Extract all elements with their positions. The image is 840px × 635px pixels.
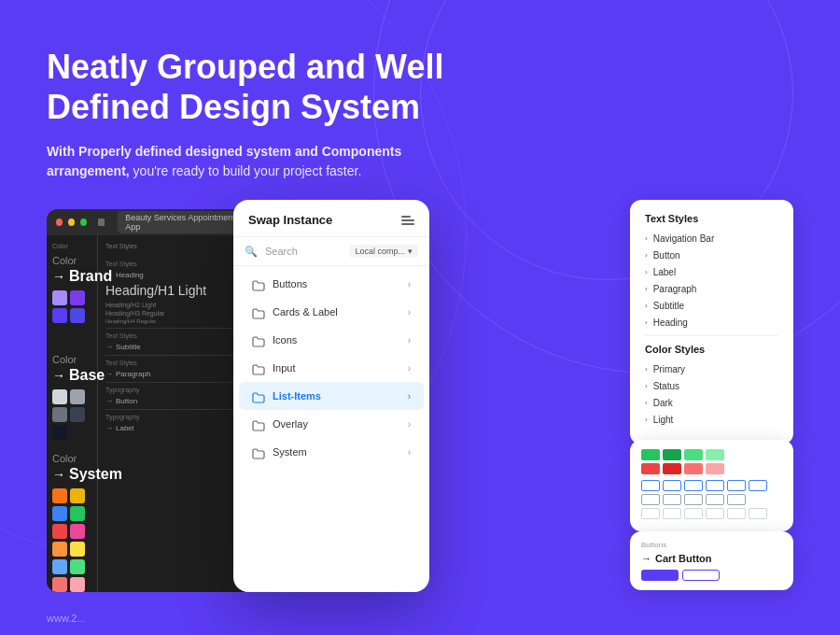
chevron-para-icon: › [645,285,648,293]
right-panels: Text Styles › Navigation Bar › Button › … [630,200,793,590]
color-system-section: Color → System [52,453,91,592]
grid-outline3a [641,508,660,519]
color-brand-name: → Brand [52,268,91,285]
chevron-head-icon: › [645,318,648,327]
search-input[interactable]: Search [265,246,342,257]
menu-line1 [401,216,411,218]
chevron-status-icon: › [645,382,648,390]
list-item-listitems[interactable]: List-Items › [239,382,424,410]
modal-header: Swap Instance [233,200,429,237]
grid-outline2b [663,494,681,505]
grid-red4 [706,463,724,474]
grid-outline1b [663,480,681,491]
folder-cards-icon [252,306,265,318]
btn-samples-row [641,570,782,581]
grid-outline3e [727,508,746,519]
header-section: Neatly Grouped and Well Defined Design S… [47,47,513,181]
ts-card-sub-label: Subtitle [653,301,684,311]
chevron-dark-icon: › [645,399,648,407]
folder-overlay-icon [252,418,265,430]
grid-outline1f [749,480,767,491]
btn-sample-filled [641,570,679,581]
swatch-pink [70,524,85,539]
color-base-arrow: → [52,368,65,383]
search-row: 🔍 Search Local comp... ▾ [233,237,429,266]
swatch-black [52,425,67,440]
page-title: Neatly Grouped and Well Defined Design S… [47,47,513,127]
figma-tab-label: Beauty Services Appointment App [118,211,245,233]
modal-menu-icon[interactable] [401,216,414,225]
swatch-yellow2 [70,542,85,557]
list-item-cards[interactable]: Cards & Label › [239,298,424,326]
ts-card-para: › Paragraph [645,284,778,294]
swatch-dark [52,326,67,341]
btn-panel-name: → Cart Button [641,553,782,564]
ts-card-sub: › Subtitle [645,301,778,311]
grid-red2 [663,463,681,474]
buttons-panel: Buttons → Cart Button [630,531,793,590]
text-styles-card-title: Text Styles [645,213,778,224]
grid-outline3c [684,508,703,519]
grid-red3 [684,463,703,474]
swatch-gray2 [70,389,85,404]
grid-green2 [663,449,681,460]
figma-logo-icon [98,219,105,226]
color-brand-label: Color [52,255,91,266]
chevron-right-icon-buttons: › [408,279,411,289]
chevron-right-icon-listitems: › [408,391,411,402]
swap-modal: Swap Instance 🔍 Search Local comp... ▾ [233,200,429,592]
list-item-input[interactable]: Input › [239,354,424,382]
window-min-dot [68,219,75,226]
folder-system-icon [252,446,265,458]
swatch-purple-dark [70,308,85,323]
cs-dark-label: Dark [653,398,673,408]
ts-card-para-label: Paragraph [653,284,697,294]
chevron-primary-icon: › [645,365,648,374]
figma-sidebar: Color Color → Brand [47,235,98,592]
grid-green4 [706,449,724,460]
ts-card-lbl-label: Label [653,267,676,277]
grid-outline3d [706,508,724,519]
folder-icons-icon [252,334,265,346]
grid-outline2d [706,494,724,505]
local-comp-badge[interactable]: Local comp... ▾ [349,245,418,258]
chevron-sub-icon: › [645,302,648,310]
folder-listitems-icon [252,390,265,402]
grid-green1 [641,449,660,460]
btn-sample-outline [682,570,720,581]
color-system-label: Color [52,453,91,464]
grid-outline3f [749,508,767,519]
chevron-down-icon: ▾ [408,247,413,256]
swatch-yellow [70,488,85,503]
list-item-buttons[interactable]: Buttons › [239,270,424,298]
color-system-swatches [52,488,91,592]
grid-outline1d [706,480,724,491]
window-close-dot [56,219,63,226]
text-styles-card: Text Styles › Navigation Bar › Button › … [630,200,793,444]
btn-cart-label: Cart Button [655,553,712,564]
list-item-system[interactable]: System › [239,438,424,466]
chevron-nav-icon: › [645,234,648,243]
subtitle-normal: you're ready to build your project faste… [130,163,362,178]
swatch-green2 [70,559,85,574]
search-icon: 🔍 [245,246,258,258]
grid-row-green [641,449,782,460]
page-subtitle: With Properly defined designed system an… [47,142,439,181]
list-item-cards-label: Cards & Label [273,306,338,318]
list-item-overlay[interactable]: Overlay › [239,410,424,438]
grid-red1 [641,463,660,474]
ts-card-head: › Heading [645,318,778,328]
swatch-rose [70,577,85,592]
list-item-input-label: Input [273,362,295,374]
list-item-overlay-label: Overlay [273,418,308,430]
swatch-red2 [52,577,67,592]
swatch-orange2 [52,542,67,557]
ts-card-btn: › Button [645,250,778,261]
swatch-gray4 [70,407,85,422]
grid-outline1e [727,480,746,491]
ts-card-lbl: › Label [645,267,778,277]
grid-outline2e [727,494,746,505]
btn-panel-label: Buttons [641,541,782,549]
list-item-icons[interactable]: Icons › [239,326,424,354]
swatch-green [70,506,85,521]
